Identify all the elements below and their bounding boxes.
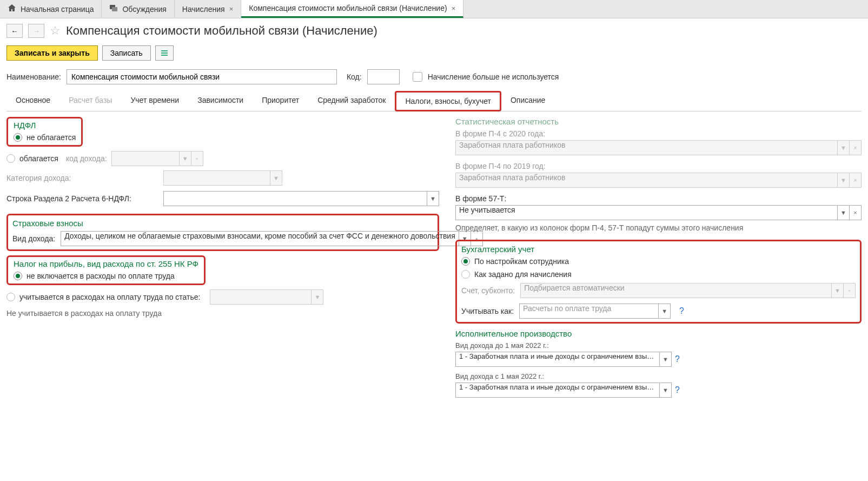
exec-before-label: Вид дохода до 1 мая 2022 г.: <box>455 341 862 350</box>
forward-button[interactable]: → <box>28 24 44 38</box>
account-label: Счет, субконто: <box>461 286 515 295</box>
category-input <box>164 171 270 185</box>
back-button[interactable]: ← <box>6 24 23 38</box>
chevron-down-icon: ▼ <box>837 141 849 155</box>
home-icon <box>8 4 16 14</box>
ndfl-title: НДФЛ <box>14 121 76 130</box>
profit-article-input <box>210 290 311 304</box>
stab-base: Расчет базы <box>59 91 121 111</box>
chevron-down-icon: ▼ <box>179 151 191 166</box>
code-label: Код: <box>347 73 362 81</box>
account-input: Подбирается автоматически <box>521 284 831 298</box>
exec-after-input[interactable]: 1 - Заработная плата и иные доходы с огр… <box>456 383 659 397</box>
p4-2020-label: В форме П-4 с 2020 года: <box>455 129 862 138</box>
exec-before-input[interactable]: 1 - Заработная плата и иные доходы с огр… <box>456 352 659 366</box>
svg-rect-1 <box>112 7 117 11</box>
page-title: Компенсация стоимости мобильной связи (Н… <box>66 24 377 38</box>
star-icon[interactable]: ☆ <box>50 24 61 38</box>
tab-current-label: Компенсация стоимости мобильной связи (Н… <box>249 4 447 12</box>
name-input[interactable] <box>67 69 337 84</box>
svg-rect-4 <box>161 55 168 56</box>
open-icon: ▫ <box>843 284 855 298</box>
list-icon-button[interactable] <box>155 45 174 61</box>
income-type-input[interactable]: Доходы, целиком не облагаемые страховыми… <box>61 232 459 246</box>
p4-2020-input: Заработная плата работников <box>456 141 837 155</box>
stab-priority[interactable]: Приоритет <box>253 91 308 111</box>
chevron-down-icon[interactable]: ▼ <box>427 192 439 206</box>
stab-avg[interactable]: Средний заработок <box>308 91 395 111</box>
accounting-by-employee-label: По настройкам сотрудника <box>474 257 569 266</box>
tab-accruals-label: Начисления <box>182 5 225 14</box>
code-input[interactable] <box>367 69 400 84</box>
help-icon[interactable]: ? <box>675 354 680 364</box>
help-icon[interactable]: ? <box>679 306 684 316</box>
profit-note: Не учитывается в расходах на оплату труд… <box>6 309 439 318</box>
tab-accruals[interactable]: Начисления × <box>175 0 241 18</box>
svg-rect-2 <box>161 50 168 51</box>
p4-2019-input: Заработная плата работников <box>456 173 837 187</box>
insurance-title: Страховые взносы <box>12 219 433 228</box>
profit-not-included-radio[interactable] <box>14 272 22 280</box>
stab-time[interactable]: Учет времени <box>121 91 188 111</box>
stab-taxes[interactable]: Налоги, взносы, бухучет <box>395 91 501 111</box>
tab-discussions[interactable]: Обсуждения <box>102 0 174 18</box>
tab-discussions-label: Обсуждения <box>122 5 166 14</box>
not-used-checkbox[interactable] <box>413 72 422 82</box>
f57t-label: В форме 57-Т: <box>455 194 862 203</box>
income-code-label: код дохода: <box>66 154 107 163</box>
chevron-down-icon[interactable]: ▼ <box>659 352 671 366</box>
chevron-down-icon[interactable]: ▼ <box>658 304 670 318</box>
tab-current[interactable]: Компенсация стоимости мобильной связи (Н… <box>241 0 463 18</box>
chevron-down-icon: ▼ <box>270 171 282 185</box>
accounting-title: Бухгалтерский учет <box>461 245 856 254</box>
profit-not-included-label: не включается в расходы по оплате труда <box>26 272 175 280</box>
name-label: Наименование: <box>6 73 61 81</box>
as-label: Учитывать как: <box>461 307 514 315</box>
exec-title: Исполнительное производство <box>455 329 862 338</box>
stat-hint: Определяет, в какую из колонок форм П-4,… <box>455 223 862 232</box>
help-icon[interactable]: ? <box>675 385 680 395</box>
stab-desc[interactable]: Описание <box>501 91 554 111</box>
category-label: Категория дохода: <box>6 174 158 182</box>
chevron-down-icon: ▼ <box>311 290 323 304</box>
clear-icon[interactable]: × <box>849 206 861 220</box>
profit-included-radio[interactable] <box>6 293 15 301</box>
stab-deps[interactable]: Зависимости <box>188 91 253 111</box>
f57t-input[interactable]: Не учитывается <box>456 206 837 220</box>
chat-icon <box>109 4 118 14</box>
ndfl-not-taxed-radio[interactable] <box>14 133 22 142</box>
ndfl-not-taxed-label: не облагается <box>26 133 76 142</box>
open-icon: ▫ <box>191 151 203 166</box>
income-type-label: Вид дохода: <box>12 234 55 243</box>
income-code-input <box>112 151 179 166</box>
exec-after-label: Вид дохода с 1 мая 2022 г.: <box>455 372 862 380</box>
stat-title: Статистическая отчетность <box>455 117 862 126</box>
stab-main[interactable]: Основное <box>6 91 59 111</box>
p4-2019-label: В форме П-4 по 2019 год: <box>455 162 862 170</box>
accounting-by-employee-radio[interactable] <box>461 257 470 266</box>
ndfl-taxed-label: облагается <box>19 154 58 163</box>
save-close-button[interactable]: Записать и закрыть <box>6 45 98 61</box>
line6-label: Строка Раздела 2 Расчета 6-НДФЛ: <box>6 194 158 203</box>
profit-title: Налог на прибыль, вид расхода по ст. 255… <box>14 259 198 268</box>
chevron-down-icon[interactable]: ▼ <box>659 383 671 397</box>
close-icon[interactable]: × <box>452 4 456 12</box>
profit-included-label: учитывается в расходах на оплату труда п… <box>19 293 200 301</box>
ndfl-taxed-radio[interactable] <box>6 154 15 163</box>
tab-home[interactable]: Начальная страница <box>0 0 102 18</box>
accounting-by-accrual-radio[interactable] <box>461 270 470 279</box>
svg-rect-3 <box>161 52 168 54</box>
accounting-by-accrual-label: Как задано для начисления <box>474 270 572 279</box>
tab-home-label: Начальная страница <box>21 5 94 14</box>
chevron-down-icon[interactable]: ▼ <box>837 206 849 220</box>
line6-input[interactable] <box>164 192 427 206</box>
not-used-label: Начисление больше не используется <box>428 73 559 81</box>
save-button[interactable]: Записать <box>102 45 151 61</box>
as-input[interactable]: Расчеты по оплате труда <box>520 304 658 318</box>
clear-icon: × <box>849 141 861 155</box>
clear-icon: × <box>849 173 861 187</box>
close-icon[interactable]: × <box>229 5 234 13</box>
chevron-down-icon: ▼ <box>837 173 849 187</box>
chevron-down-icon: ▼ <box>831 284 843 298</box>
